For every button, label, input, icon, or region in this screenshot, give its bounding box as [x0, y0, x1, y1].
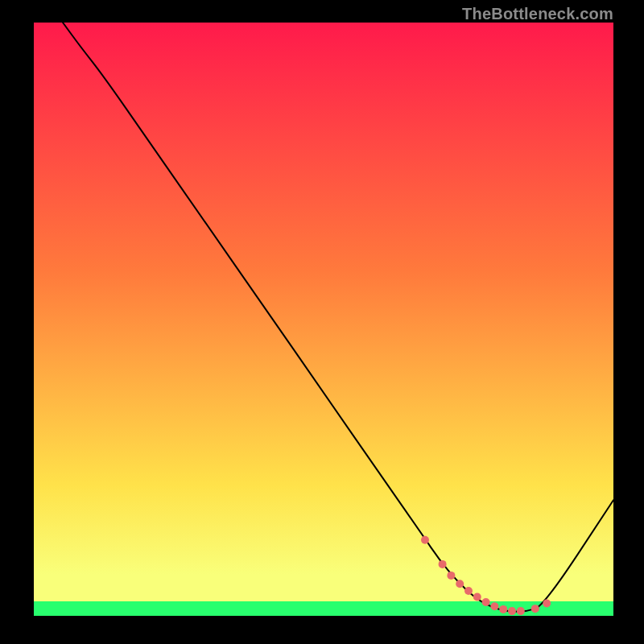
chart-frame: TheBottleneck.com: [0, 0, 644, 644]
marker-dot: [490, 602, 498, 610]
marker-dot: [508, 607, 516, 615]
marker-dot: [543, 600, 551, 608]
gradient-bg: [34, 23, 613, 616]
marker-dot: [421, 536, 429, 544]
marker-dot: [531, 605, 539, 613]
marker-dot: [464, 587, 473, 595]
marker-dot: [517, 607, 525, 615]
marker-dot: [439, 560, 447, 568]
marker-dot: [447, 572, 455, 580]
marker-dot: [499, 605, 507, 613]
marker-dot: [456, 580, 464, 588]
marker-dot: [473, 592, 481, 601]
watermark-label: TheBottleneck.com: [462, 5, 613, 23]
plot-area: [34, 23, 613, 616]
chart-svg: [34, 23, 613, 616]
marker-dot: [482, 598, 490, 606]
